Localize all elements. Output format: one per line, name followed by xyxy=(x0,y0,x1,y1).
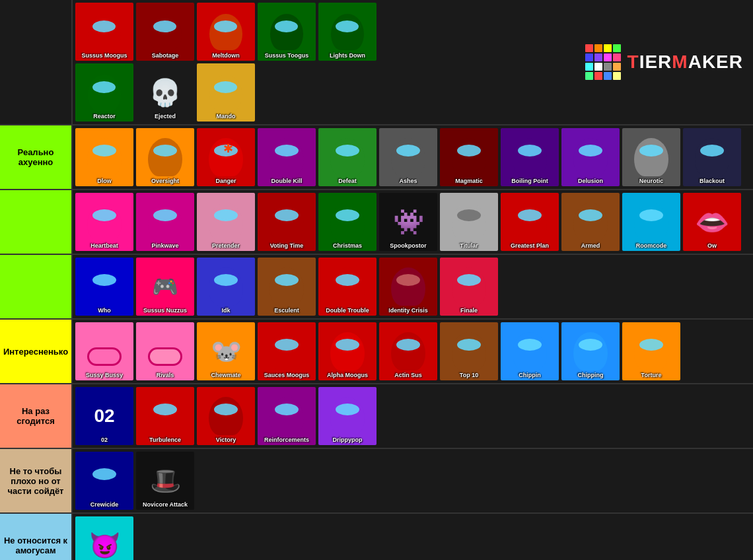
tier-items-6: Crewicide 🎩 Novicore Attack xyxy=(73,449,753,512)
item-torture: Torture xyxy=(622,322,680,380)
item-greatest-plan: Greatest Plan xyxy=(501,193,559,251)
item-chewmate: 🐭 Chewmate xyxy=(197,322,255,380)
tier-label-7: Не относится к амогусам xyxy=(0,514,73,560)
item-titular: Titular xyxy=(440,193,498,251)
tier-items-5: 02 02 Turbulence Victory Reinforcements … xyxy=(73,384,753,448)
item-pretender: Pretender xyxy=(197,193,255,251)
tier-row-1: Реально ахуенно Dlow Oversight ✱ Danger … xyxy=(0,125,753,190)
item-sussus-moogus: Sussus Moogus xyxy=(75,3,133,61)
item-double-kill: Double Kill xyxy=(258,128,316,186)
tier-row-4: Интересненько Sussy Bussy Rivals 🐭 Chewm… xyxy=(0,320,753,384)
item-armed: Armed xyxy=(561,193,620,251)
item-sussus-toogus: Sussus Toogus xyxy=(258,3,316,61)
tier-label-6: Не то чтобы плохо но от части сойдёт xyxy=(0,449,73,512)
item-who: Who xyxy=(75,258,133,316)
item-boiling-point: Boiling Point xyxy=(501,128,559,186)
item-actin-sus: Actin Sus xyxy=(379,322,437,380)
tier-items-3: Who 🎮 Sussus Nuzzus Idk Esculent Double … xyxy=(73,255,753,318)
item-identity-crisis: Identity Crisis xyxy=(379,258,437,316)
tier-items-2: Heartbeat Pinkwave Pretender Voting Time… xyxy=(73,190,753,254)
item-sussus-nuzzus: 🎮 Sussus Nuzzus xyxy=(136,258,194,316)
item-drippypop: Drippypop xyxy=(318,387,377,445)
item-mando: Mando xyxy=(197,63,255,122)
item-rivals: Rivals xyxy=(136,322,194,380)
item-sabotage: Sabotage xyxy=(136,3,194,61)
item-spookpostor: 👾 Spookpostor xyxy=(379,193,437,251)
item-chipping: Chipping xyxy=(561,322,620,380)
item-pinkwave: Pinkwave xyxy=(136,193,194,251)
item-dlow: Dlow xyxy=(75,128,133,186)
item-turbulence: Turbulence xyxy=(136,387,194,445)
item-novicore-attack: 🎩 Novicore Attack xyxy=(136,452,194,510)
tier-items-7: 😈 Insane Streamer xyxy=(73,514,753,560)
tier-label-2 xyxy=(0,190,73,254)
item-top-10: Top 10 xyxy=(440,322,498,380)
item-crewicide: Crewicide xyxy=(75,452,133,510)
tier-items-1: Dlow Oversight ✱ Danger Double Kill Defe… xyxy=(73,125,753,189)
header-spacer xyxy=(0,0,73,124)
item-blackout: Blackout xyxy=(683,128,741,186)
item-double-trouble: Double Trouble xyxy=(318,258,377,316)
item-meltdown: Meltdown xyxy=(197,3,255,61)
header-items: Sussus Moogus Sabotage Meltdown xyxy=(73,0,404,124)
tier-row-7: Не относится к амогусам 😈 Insane Streame… xyxy=(0,514,753,560)
item-chippin: Chippin xyxy=(501,322,559,380)
item-heartbeat: Heartbeat xyxy=(75,193,133,251)
item-reinforcements: Reinforcements xyxy=(258,387,316,445)
item-02: 02 02 xyxy=(75,387,133,445)
item-sauces-moogus: Sauces Moogus xyxy=(258,322,316,380)
tier-label-5: На раз сгодится xyxy=(0,384,73,448)
item-finale: Finale xyxy=(440,258,498,316)
item-voting-time: Voting Time xyxy=(258,193,316,251)
item-alpha-moogus: Alpha Moogus xyxy=(318,322,377,380)
tier-label-1: Реально ахуенно xyxy=(0,125,73,189)
item-victory: Victory xyxy=(197,387,255,445)
tier-row-3: Who 🎮 Sussus Nuzzus Idk Esculent Double … xyxy=(0,255,753,320)
item-ejected: 💀 Ejected xyxy=(136,63,194,122)
item-sussy-bussy: Sussy Bussy xyxy=(75,322,133,380)
tier-row-5: На раз сгодится 02 02 Turbulence Victory… xyxy=(0,384,753,449)
tiermaker-logo: TIERMAKER xyxy=(404,0,753,124)
item-ashes: Ashes xyxy=(379,128,437,186)
item-insane-streamer: 😈 Insane Streamer xyxy=(75,516,133,560)
item-reactor: Reactor xyxy=(75,63,133,122)
item-neurotic: Neurotic xyxy=(622,128,680,186)
item-idk: Idk xyxy=(197,258,255,316)
item-esculent: Esculent xyxy=(258,258,316,316)
tier-label-4: Интересненько xyxy=(0,320,73,383)
item-roomcode: Roomcode xyxy=(622,193,680,251)
item-magmatic: Magmatic xyxy=(440,128,498,186)
item-danger: ✱ Danger xyxy=(197,128,255,186)
logo-grid xyxy=(585,44,621,80)
tier-row-6: Не то чтобы плохо но от части сойдёт Cre… xyxy=(0,449,753,514)
item-oversight: Oversight xyxy=(136,128,194,186)
item-ow: 👄 Ow xyxy=(683,193,741,251)
tier-row-2: Heartbeat Pinkwave Pretender Voting Time… xyxy=(0,190,753,255)
item-defeat: Defeat xyxy=(318,128,377,186)
item-lights-down: Lights Down xyxy=(318,3,377,61)
tier-label-3 xyxy=(0,255,73,318)
header-row: Sussus Moogus Sabotage Meltdown xyxy=(0,0,753,125)
item-christmas: Christmas xyxy=(318,193,377,251)
tier-items-4: Sussy Bussy Rivals 🐭 Chewmate Sauces Moo… xyxy=(73,320,753,383)
logo-text: TIERMAKER xyxy=(628,52,743,73)
item-delusion: Delusion xyxy=(561,128,620,186)
